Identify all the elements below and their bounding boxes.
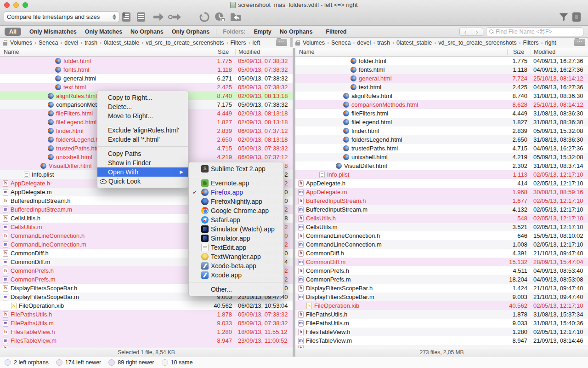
scope-button-filtered[interactable]: Filtered: [326, 29, 346, 35]
file-row[interactable]: mBufferedInputStream.m4.13202/05/13, 12:…: [295, 205, 588, 214]
session-list-left-button[interactable]: [121, 11, 131, 23]
file-row[interactable]: hDisplayFiltersScopeBar.h1.42421/10/13, …: [295, 284, 588, 293]
breadcrumb-segment[interactable]: Volumes: [303, 40, 325, 46]
search-input[interactable]: [496, 29, 580, 35]
menu-item-open-with[interactable]: Open With▶: [97, 167, 188, 177]
file-row[interactable]: hCommandLineConnection.h64615/05/13, 08:…: [295, 231, 588, 240]
file-row[interactable]: foldersLegend.html2.65031/08/13, 08:36:3…: [295, 135, 588, 144]
session-list-right-button[interactable]: [136, 11, 146, 23]
scope-button-all[interactable]: All: [5, 28, 21, 36]
breadcrumb-segment[interactable]: vd_src_to_create_screenshots: [438, 40, 516, 46]
open-with-item-firefox-app[interactable]: ✓Firefox.app: [189, 188, 283, 197]
scope-button-only-orphans[interactable]: Only Orphans: [172, 29, 210, 35]
filter-button[interactable]: [559, 11, 569, 23]
breadcrumb-segment[interactable]: 0latest_stable: [104, 40, 139, 46]
open-with-item-simulator-watch-app[interactable]: Simulator (Watch).app: [189, 224, 283, 234]
file-row[interactable]: hBufferedInputStream.h1.67702/05/13, 12:…: [295, 196, 588, 205]
open-with-item-simulator-app[interactable]: Simulator.app: [189, 234, 283, 243]
column-header-name[interactable]: Name: [295, 49, 507, 55]
file-row[interactable]: mFilesTableView.m8.94723/09/13, 11:00:52: [0, 336, 293, 345]
file-row[interactable]: comparisonMethods.html8.62825/10/13, 08:…: [295, 100, 588, 109]
menu-item-copy-to-right[interactable]: Copy to Right...: [97, 93, 188, 102]
file-row[interactable]: text.html2.42504/09/13, 16:27:36: [295, 83, 588, 92]
column-header-name[interactable]: Name: [0, 49, 212, 55]
file-row[interactable]: hAppDelegate.h41402/05/13, 12:17:10: [295, 179, 588, 188]
open-with-item-xcode-app[interactable]: Xcode.app: [189, 270, 283, 280]
breadcrumb-segment[interactable]: devel: [64, 40, 78, 46]
open-with-item-google-chrome-app[interactable]: Google Chrome.app: [189, 206, 283, 215]
breadcrumb-segment[interactable]: Filters: [523, 40, 538, 46]
breadcrumb-segment[interactable]: Seneca: [39, 40, 58, 46]
search-field[interactable]: [486, 27, 583, 36]
file-row[interactable]: folder.html1.77505/09/13, 07:38:32: [0, 57, 293, 65]
file-row[interactable]: folder.html1.77504/09/13, 16:27:36: [295, 57, 588, 65]
breadcrumb-segment[interactable]: Volumes: [10, 40, 32, 46]
breadcrumb-segment[interactable]: trash: [85, 40, 97, 46]
folder-menu-button[interactable]: [276, 39, 287, 46]
file-row[interactable]: general.html6.27105/09/13, 07:38:32: [0, 74, 293, 83]
breadcrumb-segment[interactable]: Filters: [230, 40, 246, 46]
file-row[interactable]: mCommonPrefs.m18.20404/09/13, 08:53:08: [295, 275, 588, 284]
open-with-item-textedit-app[interactable]: TextEdit.app: [189, 243, 283, 252]
menu-item-exclude-all-html[interactable]: Exclude all '*.html': [97, 135, 188, 144]
menu-item-show-in-finder[interactable]: Show in Finder: [97, 158, 188, 167]
menu-item-exclude-alignrules-html[interactable]: Exclude 'alignRules.html': [97, 126, 188, 135]
breadcrumb-segment[interactable]: right: [545, 40, 556, 46]
file-row[interactable]: hFilePathsUtils.h1.87805/09/13, 07:38:32: [0, 310, 293, 319]
breadcrumb-segment[interactable]: 0latest_stable: [396, 40, 432, 46]
open-with-item-xcode-beta-app[interactable]: Xcode-beta.app: [189, 261, 283, 270]
file-row[interactable]: finder.html2.83905/09/13, 15:32:08: [295, 126, 588, 135]
breadcrumb-segment[interactable]: vd_src_to_create_screenshots: [146, 40, 224, 46]
folder-scope-button-empty[interactable]: Empty: [254, 29, 271, 35]
file-row[interactable]: Info.plist1.11302/05/13, 12:17:10: [295, 170, 588, 179]
scope-button-only-matches[interactable]: Only Matches: [85, 29, 122, 35]
compare-dates-button[interactable]: [214, 11, 226, 23]
file-row[interactable]: fileFilters.html4.44931/08/13, 08:36:30: [295, 109, 588, 118]
menu-item-quick-look[interactable]: Quick Look: [97, 177, 188, 186]
open-with-item-other[interactable]: Other...: [189, 285, 283, 294]
file-row[interactable]: mDisplayFiltersScopeBar.m9.00321/10/13, …: [295, 293, 588, 301]
file-row[interactable]: FileOperation.xib40.56202/05/13, 12:17:1…: [295, 301, 588, 310]
file-row[interactable]: mFilesTableView.m8.94721/09/13, 08:14:46: [295, 336, 588, 345]
file-row[interactable]: unixshell.html4.21905/09/13, 15:32:08: [295, 153, 588, 161]
file-row[interactable]: fileLegend.html1.82731/08/13, 08:36:30: [295, 118, 588, 126]
column-header-modified[interactable]: Modified: [235, 49, 293, 55]
file-row[interactable]: hFilePathsUtils.h1.87831/08/13, 15:37:34: [295, 310, 588, 319]
menu-item-delete[interactable]: Delete...: [97, 102, 188, 111]
file-row[interactable]: mCommonDiff.m15.13228/09/13, 15:47:04: [295, 258, 588, 266]
file-row[interactable]: trustedPaths.html4.71504/09/13, 16:27:36: [295, 144, 588, 153]
open-with-item-sublime-text-2-app[interactable]: SSublime Text 2.app: [189, 164, 283, 173]
move-to-right-button[interactable]: [167, 11, 182, 23]
file-row[interactable]: hCommonPrefs.h4.51104/09/13, 08:53:40: [295, 266, 588, 275]
file-row[interactable]: fonts.html1.11805/09/13, 07:38:32: [0, 65, 293, 74]
file-row[interactable]: mAppDelegate.m1.96830/08/13, 08:59:16: [295, 188, 588, 196]
column-header-size[interactable]: Size: [212, 49, 235, 55]
file-row[interactable]: FileOperation.xib40.56206/02/13, 10:53:0…: [0, 301, 293, 310]
menu-item-copy-paths[interactable]: Copy Paths: [97, 149, 188, 158]
breadcrumb-segment[interactable]: trash: [377, 40, 390, 46]
refresh-button[interactable]: [199, 11, 210, 23]
back-button[interactable]: ‹: [459, 28, 471, 36]
file-row[interactable]: VisualDiffer.html2.30231/08/13, 08:37:14: [295, 161, 588, 170]
column-header-modified[interactable]: Modified: [531, 49, 588, 55]
toggle-panel-button[interactable]: [571, 11, 582, 23]
open-with-item-safari-app[interactable]: Safari.app: [189, 215, 283, 224]
open-with-item-firefoxnightly-app[interactable]: FirefoxNightly.app: [189, 197, 283, 206]
menu-item-move-to-right[interactable]: Move to Right...: [97, 111, 188, 121]
forward-button[interactable]: ›: [471, 28, 483, 36]
open-with-item-textwrangler-app[interactable]: TextWrangler.app: [189, 252, 283, 261]
breadcrumb-segment[interactable]: left: [252, 40, 260, 46]
file-row[interactable]: mCommandLineConnection.m1.00802/05/13, 1…: [295, 240, 588, 249]
scope-button-no-orphans[interactable]: No Orphans: [130, 29, 164, 35]
file-row[interactable]: hFilesTableView.h1.28002/05/13, 12:17:10: [295, 328, 588, 336]
file-row[interactable]: fonts.html1.11804/09/13, 16:27:36: [295, 65, 588, 74]
column-header-size[interactable]: Size: [507, 49, 531, 55]
copy-to-right-button[interactable]: [153, 11, 164, 23]
file-row[interactable]: hFilesTableView.h1.28018/09/13, 11:55:12: [0, 328, 293, 336]
folder-scope-button-no-orphans[interactable]: No Orphans: [280, 29, 313, 35]
folder-menu-button[interactable]: [574, 39, 585, 46]
file-row[interactable]: general.html7.72425/10/13, 08:14:12: [295, 74, 588, 83]
file-row[interactable]: hCellsUtils.h54802/05/13, 12:17:10: [295, 214, 588, 223]
file-row[interactable]: mCellsUtils.m3.52102/05/13, 12:17:10: [295, 223, 588, 231]
file-row[interactable]: alignRules.html8.74031/08/13, 08:36:30: [295, 92, 588, 100]
